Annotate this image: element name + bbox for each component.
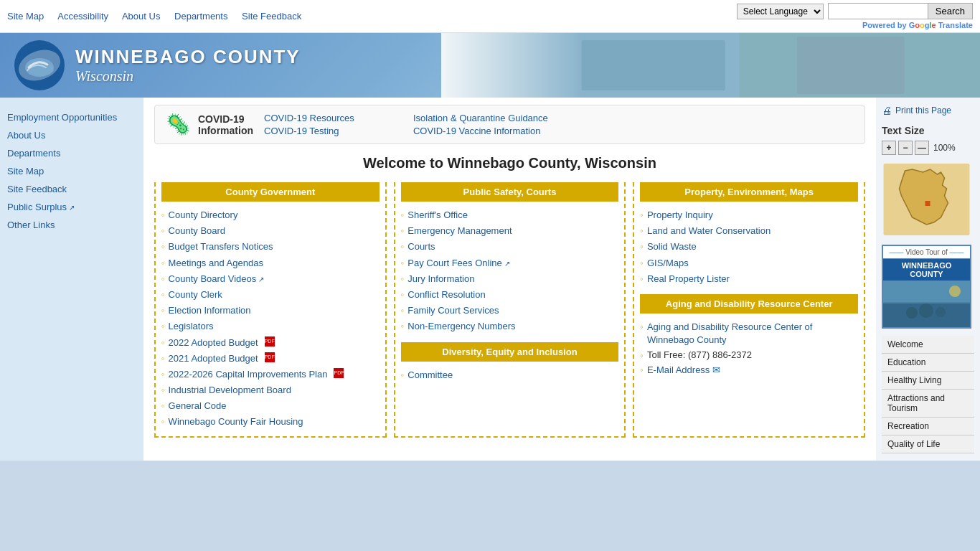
budget-transfers-link[interactable]: Budget Transfers Notices — [169, 240, 273, 253]
covid-info-block: 🦠 COVID-19 Information — [166, 113, 253, 136]
text-size-decrease[interactable]: − — [898, 141, 913, 155]
tour-healthyliving-link[interactable]: Healthy Living — [882, 372, 974, 389]
search-input[interactable] — [828, 3, 928, 19]
covid-vaccine-link[interactable]: COVID-19 Vaccine Information — [413, 126, 548, 136]
wisconsin-map — [882, 164, 971, 235]
aging-list: Aging and Disability Resource Center of … — [640, 319, 858, 379]
dei-list: Committee — [401, 367, 619, 383]
sheriffs-link[interactable]: Sheriff's Office — [407, 209, 468, 222]
covid-banner: 🦠 COVID-19 Information COVID-19 Resource… — [154, 105, 865, 144]
covid-testing-link[interactable]: COVID-19 Testing — [264, 126, 399, 136]
text-size-increase[interactable]: + — [882, 141, 896, 155]
general-code-link[interactable]: General Code — [169, 400, 227, 413]
list-item: Land and Water Conservation — [640, 223, 858, 239]
covid-isolation-link[interactable]: Isolation & Quarantine Guidance — [413, 113, 548, 123]
svg-point-1 — [25, 58, 54, 77]
departments-link[interactable]: Departments — [174, 11, 227, 22]
sidebar-item-employment[interactable]: Employment Opportunities — [7, 108, 136, 126]
meetings-agendas-link[interactable]: Meetings and Agendas — [169, 257, 263, 270]
aging-resource-link[interactable]: Aging and Disability Resource Center of … — [647, 321, 858, 347]
list-item: Election Information — [161, 303, 380, 319]
covid-resources-link[interactable]: COVID-19 Resources — [264, 113, 399, 123]
sidebar-item-feedback[interactable]: Site Feedback — [7, 180, 136, 198]
svg-point-0 — [20, 46, 59, 85]
sidebar-item-sitemap[interactable]: Site Map — [7, 162, 136, 180]
list-item: Jury Information — [401, 271, 619, 287]
gis-maps-link[interactable]: GIS/Maps — [647, 257, 689, 270]
industrial-dev-link[interactable]: Industrial Development Board — [169, 384, 291, 397]
pdf-icon: PDF — [265, 336, 275, 347]
left-sidebar: Employment Opportunities About Us Depart… — [0, 98, 143, 461]
fair-housing-link[interactable]: Winnebago County Fair Housing — [169, 415, 303, 428]
text-size-reset[interactable]: — — [915, 141, 929, 155]
video-tour-line1: Video Tour of — [905, 248, 948, 256]
list-item: Sheriff's Office — [401, 207, 619, 223]
conflict-res-link[interactable]: Conflict Resolution — [407, 288, 485, 301]
public-safety-list: Sheriff's Office Emergency Management Co… — [401, 207, 619, 335]
county-directory-link[interactable]: County Directory — [169, 209, 238, 222]
courts-link[interactable]: Courts — [407, 240, 435, 253]
sitemap-link[interactable]: Site Map — [7, 11, 44, 22]
list-item: Toll Free: (877) 886-2372 — [640, 348, 858, 362]
sitefeedback-link[interactable]: Site Feedback — [242, 11, 301, 22]
county-board-videos-link[interactable]: County Board Videos — [169, 273, 264, 286]
language-select[interactable]: Select Language — [737, 4, 824, 19]
list-item: General Code — [161, 398, 380, 414]
committee-link[interactable]: Committee — [407, 369, 453, 382]
sidebar-item-otherlinks[interactable]: Other Links — [7, 216, 136, 234]
family-court-link[interactable]: Family Court Services — [407, 304, 499, 317]
tour-attractions-link[interactable]: Attractions and Tourism — [882, 390, 974, 417]
header-banner: WINNEBAGO COUNTY Wisconsin — [0, 33, 980, 98]
budget-2021-link[interactable]: 2021 Adopted Budget — [169, 352, 258, 365]
email-link[interactable]: E-Mail Address ✉ — [647, 364, 720, 377]
real-property-link[interactable]: Real Property Lister — [647, 273, 730, 286]
emergency-mgmt-link[interactable]: Emergency Management — [407, 225, 512, 237]
public-safety-header: Public Safety, Courts — [401, 182, 619, 202]
text-size-percent: 100% — [933, 143, 956, 153]
solid-waste-link[interactable]: Solid Waste — [647, 240, 697, 253]
legislators-link[interactable]: Legislators — [169, 320, 214, 333]
covid-icon: 🦠 — [166, 113, 191, 136]
sidebar-item-departments[interactable]: Departments — [7, 144, 136, 162]
list-item: Solid Waste — [640, 239, 858, 255]
list-item: Industrial Development Board — [161, 382, 380, 398]
google-translate-label: Powered by Google Translate — [862, 21, 973, 29]
sidebar-item-surplus[interactable]: Public Surplus — [7, 198, 136, 216]
land-water-link[interactable]: Land and Water Conservation — [647, 225, 771, 237]
county-gov-list: County Directory County Board Budget Tra… — [161, 207, 380, 430]
election-info-link[interactable]: Election Information — [169, 304, 251, 317]
print-link[interactable]: 🖨 Print this Page — [882, 105, 974, 116]
county-clerk-link[interactable]: County Clerk — [169, 288, 222, 301]
property-list: Property Inquiry Land and Water Conserva… — [640, 207, 858, 287]
budget-2022-link[interactable]: 2022 Adopted Budget — [169, 336, 258, 349]
tour-welcome-link[interactable]: Welcome — [882, 336, 974, 353]
jury-info-link[interactable]: Jury Information — [407, 273, 474, 286]
svg-point-13 — [936, 307, 946, 317]
svg-rect-6 — [796, 37, 904, 94]
county-board-link[interactable]: County Board — [169, 225, 226, 237]
sidebar-item-aboutus[interactable]: About Us — [7, 126, 136, 144]
svg-point-15 — [949, 286, 961, 297]
main-sections-grid: County Government County Directory Count… — [154, 182, 865, 438]
list-item: Conflict Resolution — [401, 287, 619, 303]
list-item: Non-Emergency Numbers — [401, 319, 619, 334]
court-fees-link[interactable]: Pay Court Fees Online — [407, 257, 509, 270]
dei-header: Diversity, Equity and Inclusion — [401, 342, 619, 362]
main-layout: Employment Opportunities About Us Depart… — [0, 98, 980, 461]
powered-by-text: Powered by — [862, 21, 909, 29]
capital-plan-link[interactable]: 2022-2026 Capital Improvements Plan — [169, 368, 328, 381]
tour-link-item: Recreation — [882, 418, 974, 435]
non-emergency-link[interactable]: Non-Emergency Numbers — [407, 320, 515, 333]
text-size-section: Text Size + − — 100% — [882, 125, 974, 155]
search-button[interactable]: Search — [928, 3, 973, 19]
aging-section: Aging and Disability Resource Center Agi… — [640, 294, 858, 379]
tour-education-link[interactable]: Education — [882, 354, 974, 371]
accessibility-link[interactable]: Accessibility — [57, 11, 108, 22]
tour-recreation-link[interactable]: Recreation — [882, 418, 974, 435]
tour-qualityoflife-link[interactable]: Quality of Life — [882, 435, 974, 453]
toll-free-text: Toll Free: (877) 886-2372 — [647, 349, 752, 360]
aboutus-link[interactable]: About Us — [122, 11, 160, 22]
list-item: 2022-2026 Capital Improvements Plan PDF — [161, 367, 380, 382]
svg-rect-8 — [925, 201, 930, 206]
property-inquiry-link[interactable]: Property Inquiry — [647, 209, 713, 222]
